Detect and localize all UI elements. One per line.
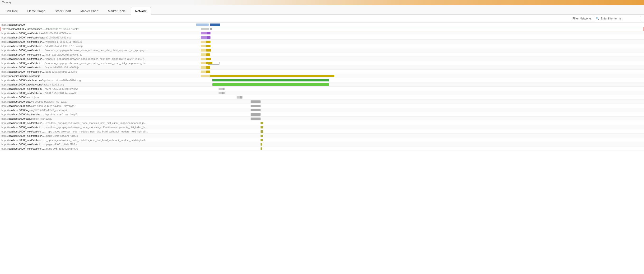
bar-segment <box>201 28 209 30</box>
network-list: http://localhost:3000/http://localhost:3… <box>0 23 644 270</box>
network-row[interactable]: http://localhost:3000/_next/static/ch…/v… <box>0 57 644 61</box>
row-bar-area <box>194 129 644 133</box>
row-url: http://localhost:3000/_next/static/ch… /… <box>0 143 194 146</box>
bar-segment <box>201 75 210 77</box>
network-row[interactable]: http://localhost:3000/_next/static/m… /f… <box>0 27 644 31</box>
row-bar-area <box>194 48 644 52</box>
bar-segment <box>206 53 210 56</box>
network-row[interactable]: http://localhost:3000/static/favicons/fa… <box>0 82 644 87</box>
row-bar-area <box>194 100 644 104</box>
row-bar-area <box>194 125 644 129</box>
row-bar-area <box>194 23 644 27</box>
network-row[interactable]: http://localhost:3000/_next/static/ch…/p… <box>0 70 644 74</box>
row-bar-area <box>194 91 644 95</box>
bar-segment <box>206 71 210 73</box>
network-row[interactable]: http://localhost:3000/_next/static/ch…/v… <box>0 61 644 65</box>
row-bar-area <box>194 146 644 151</box>
row-url: http://localhost:3000/ <box>0 23 194 26</box>
row-bar-area <box>194 82 644 86</box>
row-bar-area <box>194 31 644 35</box>
network-row[interactable]: https://analytics.umami.is/script.js <box>0 74 644 78</box>
row-bar-area <box>194 108 644 112</box>
row-bar-area <box>194 121 644 125</box>
network-row[interactable]: http://localhost:3000/search.json <box>0 95 644 100</box>
row-bar-area <box>194 74 644 78</box>
row-url: http://localhost:3000/blog/tim-hieu-… /l… <box>0 113 194 116</box>
row-url: http://localhost:3000/_next/static/ch…/v… <box>0 49 194 52</box>
row-url: https://analytics.umami.is/script.js <box>0 75 194 77</box>
row-bar-area <box>194 57 644 61</box>
network-row[interactable]: http://localhost:3000/_next/static/ch… /… <box>0 142 644 146</box>
bar-segment <box>222 92 224 94</box>
filter-input[interactable] <box>600 17 639 20</box>
network-row[interactable]: http://localhost:3000/_next/static/ch…/v… <box>0 48 644 53</box>
bar-segment <box>206 41 210 43</box>
row-bar-area <box>194 95 644 99</box>
row-url: http://localhost:3000/tags/ng%E1%BA%AFn?… <box>0 109 194 112</box>
bar-segment <box>260 126 264 128</box>
network-row[interactable]: http://localhost:3000/_next/static/ch…/w… <box>0 40 644 44</box>
row-url: http://localhost:3000/tags/babel?_rsc=1w… <box>0 117 194 120</box>
bar-segment <box>222 88 224 90</box>
row-url: http://localhost:3000/_next/static/css/8… <box>0 32 194 35</box>
row-url: http://localhost:3000/_next/static/m… /7… <box>0 92 194 95</box>
bar-segment <box>250 100 261 103</box>
network-row[interactable]: http://localhost:3000/tags/ng%E1%BA%AFn?… <box>0 108 644 112</box>
row-url: http://localhost:3000/_next/static/ch… /… <box>0 130 194 133</box>
row-bar-area <box>195 27 644 31</box>
tabs-container: Call TreeFlame GraphStack ChartMarker Ch… <box>0 5 644 15</box>
bar-segment <box>206 66 210 69</box>
network-row[interactable]: http://localhost:3000/_next/static/ch… /… <box>0 138 644 142</box>
tab-marker-chart[interactable]: Marker Chart <box>76 7 103 15</box>
bar-segment <box>218 88 225 90</box>
bar-segment <box>260 122 264 124</box>
row-url: http://localhost:3000/_next/static/ch… /… <box>0 122 194 124</box>
row-url: http://localhost:3000/_next/static/ch…/p… <box>0 70 194 73</box>
tab-stack-chart[interactable]: Stack Chart <box>50 7 76 15</box>
tab-call-tree[interactable]: Call Tree <box>1 7 22 15</box>
network-row[interactable]: http://localhost:3000/_next/static/ch… /… <box>0 125 644 129</box>
bar-segment <box>250 105 261 107</box>
row-url: http://localhost:3000/_next/static/ch… /… <box>0 139 194 142</box>
bar-segment <box>260 135 263 137</box>
network-row[interactable]: http://localhost:3000/blog/ve-bootleg-be… <box>0 100 644 104</box>
network-row[interactable]: http://localhost:3000/_next/static/ch… /… <box>0 129 644 134</box>
tab-network[interactable]: Network <box>131 7 151 15</box>
bar-segment <box>260 139 263 141</box>
row-url: http://localhost:3000/blog/ve-bootleg-be… <box>0 100 194 103</box>
network-row[interactable]: http://localhost:3000/_next/static/ch…/l… <box>0 65 644 70</box>
tab-flame-graph[interactable]: Flame Graph <box>23 7 50 15</box>
row-bar-area <box>194 44 644 48</box>
network-row[interactable]: http://localhost:3000/_next/static/css/d… <box>0 35 644 40</box>
network-row[interactable]: http://localhost:3000/_next/static/css/8… <box>0 31 644 35</box>
tab-marker-table[interactable]: Marker Table <box>104 7 130 15</box>
network-row[interactable]: http://localhost:3000/_next/static/ch…/f… <box>0 44 644 48</box>
bar-segment <box>250 118 261 120</box>
network-row[interactable]: http://localhost:3000/ <box>0 23 644 27</box>
row-url: http://localhost:3000/_next/static/m… /f… <box>0 28 195 30</box>
row-bar-area <box>194 53 644 57</box>
row-url: http://localhost:3000/blog/cam-nhan-xe-b… <box>0 105 194 107</box>
row-bar-area <box>194 138 644 142</box>
network-row[interactable]: http://localhost:3000/_next/static/ch…/m… <box>0 53 644 57</box>
row-bar-area <box>194 35 644 40</box>
network-row[interactable]: http://localhost:3000/blog/tim-hieu-… /l… <box>0 112 644 117</box>
filter-bar: Filter Networks: 🔍 <box>0 15 644 23</box>
network-row[interactable]: http://localhost:3000/static/favicons/ap… <box>0 78 644 82</box>
bar-segment <box>260 130 264 133</box>
network-row[interactable]: http://localhost:3000/blog/cam-nhan-xe-b… <box>0 104 644 108</box>
network-row[interactable]: http://localhost:3000/_next/static/ch… /… <box>0 146 644 151</box>
bar-segment <box>210 75 334 77</box>
network-row[interactable]: http://localhost:3000/tags/babel?_rsc=1w… <box>0 117 644 121</box>
row-url: http://localhost:3000/_next/static/ch… /… <box>0 147 194 150</box>
row-bar-area <box>194 112 644 116</box>
filter-input-wrap: 🔍 <box>594 16 641 21</box>
network-row[interactable]: http://localhost:3000/_next/static/m… /7… <box>0 91 644 95</box>
network-row[interactable]: http://localhost:3000/_next/static/ch… /… <box>0 134 644 138</box>
network-row[interactable]: http://localhost:3000/_next/static/ch… /… <box>0 121 644 125</box>
row-bar-area <box>194 70 644 74</box>
memory-bar: Memory <box>0 0 644 5</box>
row-bar-area <box>194 104 644 108</box>
network-row[interactable]: http://localhost:3000/_next/static/m… /b… <box>0 87 644 91</box>
row-url: http://localhost:3000/_next/static/ch… /… <box>0 126 194 129</box>
